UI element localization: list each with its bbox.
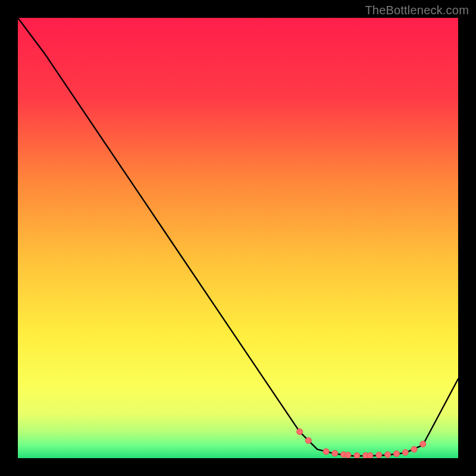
highlight-point — [402, 449, 408, 455]
highlight-point — [420, 441, 426, 447]
highlight-point — [297, 429, 303, 435]
plot-area — [18, 18, 458, 458]
highlight-point — [376, 452, 382, 458]
highlight-point — [385, 452, 391, 458]
curve-layer — [18, 18, 458, 458]
highlight-point — [345, 452, 351, 458]
highlight-point — [305, 437, 311, 443]
highlight-points — [297, 429, 426, 458]
highlight-point — [354, 453, 360, 458]
highlight-point — [411, 446, 417, 452]
chart-stage: TheBottleneck.com — [0, 0, 476, 476]
highlight-point — [332, 450, 338, 456]
bottleneck-curve — [18, 18, 458, 456]
attribution-label: TheBottleneck.com — [365, 4, 469, 17]
highlight-point — [393, 451, 399, 457]
highlight-point — [323, 449, 329, 455]
highlight-point — [367, 453, 373, 458]
